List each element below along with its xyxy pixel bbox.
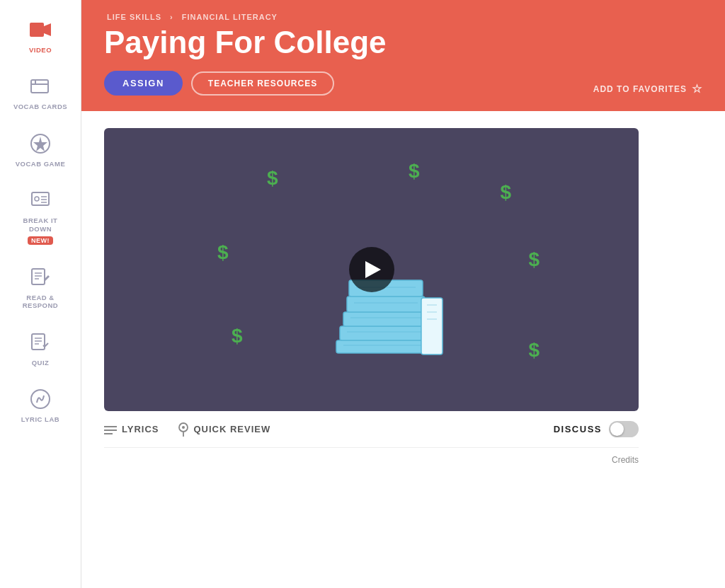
page-title: Paying For College xyxy=(104,25,702,59)
breadcrumb: LIFE SKILLS › FINANCIAL LITERACY xyxy=(104,13,702,21)
sidebar-item-label-break-it-down: BREAK IT DOWN xyxy=(23,217,58,233)
play-icon xyxy=(365,261,381,278)
hero-section: LIFE SKILLS › FINANCIAL LITERACY Paying … xyxy=(81,0,725,111)
video-section: $ $ $ $ $ $ $ xyxy=(81,111,725,472)
discuss-label: DISCUSS xyxy=(554,424,602,434)
sidebar-item-label-lyric-lab: LYRIC LAB xyxy=(21,415,59,423)
dollar-sign-2: $ xyxy=(409,160,420,183)
quick-review-button[interactable]: QUICK REVIEW xyxy=(178,422,270,437)
svg-marker-6 xyxy=(33,137,47,151)
dollar-sign-6: $ xyxy=(528,339,540,362)
assign-button[interactable]: ASSIGN xyxy=(104,71,183,96)
sidebar-item-label-read-respond: READ & RESPOND xyxy=(23,294,58,310)
sidebar-item-read-respond[interactable]: READ & RESPOND xyxy=(0,255,81,320)
svg-marker-1 xyxy=(44,23,51,36)
dollar-sign-1: $ xyxy=(267,167,278,190)
teacher-resources-button[interactable]: TEACHER RESOURCES xyxy=(191,71,334,96)
dollar-sign-5: $ xyxy=(232,325,243,347)
dollar-sign-3: $ xyxy=(500,181,511,204)
svg-rect-21 xyxy=(336,340,435,353)
svg-point-8 xyxy=(35,197,39,201)
credits-bar: Credits xyxy=(104,448,639,472)
vocab-game-icon xyxy=(28,131,53,156)
svg-rect-23 xyxy=(340,326,432,340)
sidebar-item-video[interactable]: VIDEO xyxy=(0,7,81,64)
lyric-lab-icon xyxy=(28,386,53,412)
sidebar-item-label-quiz: QUIZ xyxy=(32,359,50,367)
video-controls: LYRICS QUICK REVIEW DISCUSS xyxy=(104,411,639,448)
video-icon xyxy=(28,17,53,42)
svg-point-40 xyxy=(182,426,185,429)
svg-rect-0 xyxy=(30,23,44,37)
sidebar-item-break-it-down[interactable]: BREAK IT DOWN NEW! xyxy=(0,178,81,255)
main-content: LIFE SKILLS › FINANCIAL LITERACY Paying … xyxy=(81,0,725,588)
play-button[interactable] xyxy=(349,247,394,292)
svg-rect-31 xyxy=(421,298,443,354)
new-badge: NEW! xyxy=(28,236,53,245)
svg-rect-12 xyxy=(32,269,45,284)
star-icon: ☆ xyxy=(692,82,702,96)
quick-review-icon xyxy=(178,422,188,437)
sidebar-item-label-vocab-game: VOCAB GAME xyxy=(16,160,65,168)
break-it-down-icon xyxy=(28,188,53,213)
add-to-favorites-button[interactable]: ADD TO FAVORITES ☆ xyxy=(593,82,702,96)
sidebar-item-lyric-lab[interactable]: LYRIC LAB xyxy=(0,376,81,433)
discuss-toggle[interactable] xyxy=(609,421,639,437)
vocab-cards-icon xyxy=(28,74,53,99)
svg-rect-25 xyxy=(343,312,428,326)
dollar-sign-4: $ xyxy=(217,241,229,264)
sidebar: VIDEO VOCAB CARDS VOCAB GAME xyxy=(0,0,81,588)
svg-rect-2 xyxy=(31,80,48,93)
credits-label[interactable]: Credits xyxy=(612,455,639,465)
discuss-group: DISCUSS xyxy=(554,421,639,437)
lyrics-icon xyxy=(104,423,117,436)
video-player[interactable]: $ $ $ $ $ $ $ xyxy=(104,128,639,411)
read-respond-icon xyxy=(28,265,53,290)
sidebar-item-vocab-cards[interactable]: VOCAB CARDS xyxy=(0,64,81,120)
lyrics-button[interactable]: LYRICS xyxy=(104,423,159,436)
dollar-sign-7: $ xyxy=(528,248,540,271)
content-area: $ $ $ $ $ $ $ xyxy=(81,111,725,588)
sidebar-item-label-vocab-cards: VOCAB CARDS xyxy=(13,103,67,110)
quiz-icon xyxy=(28,330,53,355)
sidebar-item-vocab-game[interactable]: VOCAB GAME xyxy=(0,121,81,178)
svg-rect-16 xyxy=(32,334,45,350)
svg-rect-27 xyxy=(347,296,425,312)
sidebar-item-label-video: VIDEO xyxy=(29,46,52,54)
sidebar-item-quiz[interactable]: QUIZ xyxy=(0,320,81,376)
